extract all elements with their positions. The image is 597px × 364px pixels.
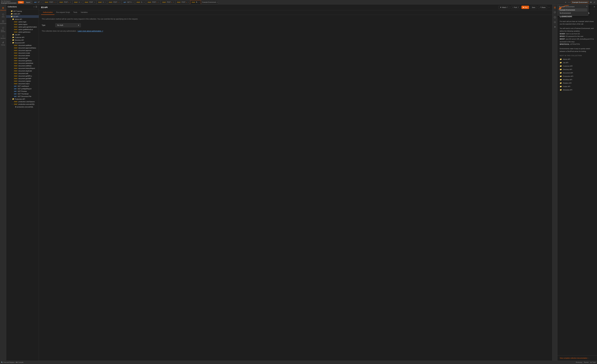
env-tooltip-close[interactable]: ✕ [586,6,588,8]
list-item[interactable]: › POST document.edit [6,72,39,75]
next-item-production-api[interactable]: 📁 Production API [560,75,595,78]
list-item[interactable]: › GET GET preflightReport [6,87,39,90]
list-item[interactable]: › GET GET Thumbnail [6,93,39,95]
find-replace-button[interactable]: 🔍 Find and Replace [1,362,15,363]
sidebar-item-apis[interactable]: ⬡ APIs [0,12,6,18]
tab-close-icon[interactable]: ✕ [80,1,82,3]
next-item-workflow-api[interactable]: 📁 Workflow API [560,78,595,81]
list-item[interactable]: › POST document.getNotes [6,59,39,62]
list-item[interactable]: › POST document.getXMP [6,77,39,80]
next-item-customer-api[interactable]: 📁 Customer API [560,64,595,68]
tab-close-icon[interactable]: ✕ [188,1,189,3]
list-item[interactable]: › POST document.get [6,57,39,59]
tab-close-icon[interactable]: ✕ [158,1,159,3]
list-item[interactable]: › POST document.register [6,80,39,82]
tab-u1[interactable]: POSTU✕ [72,0,83,4]
sidebar-item-mock-servers[interactable]: ⬡ Mock Servers [0,26,6,33]
env-option-example[interactable]: Example Environment [558,8,587,11]
env-selector[interactable]: Example Environment [571,1,589,4]
sidebar-item-document-api[interactable]: ∨ 📁 Document API [6,41,39,44]
runner-button[interactable]: Runner [584,362,589,363]
env-options-button[interactable]: ▼ [589,1,592,4]
tab-close-icon[interactable]: ✕ [143,1,145,3]
new-button[interactable]: New [18,1,24,4]
tab-post6[interactable]: POSTPOST●✕ [161,0,175,4]
sidebar-item-customer-api[interactable]: › 📁 Customer API [6,36,39,39]
import-button[interactable]: Import [24,1,32,4]
next-item-job-api[interactable]: 📁 Job API [560,61,595,64]
sidebar-item-job-api[interactable]: › 📁 Job API [6,33,39,36]
fork-button[interactable]: ⑂ Fork 0 [511,6,520,9]
sidebar-item-production-api[interactable]: ∨ 📁 Production API [6,98,39,100]
list-item[interactable]: › POST document.duplicate [6,70,39,72]
tab-close-icon[interactable]: ✕ [70,1,71,3]
list-item[interactable]: › GET GET noteReport [6,85,39,87]
expand-button[interactable]: ⤢ [593,1,596,4]
tab-close-icon[interactable]: ✕ [105,1,106,3]
tab-gt[interactable]: GETGT✕ [32,0,43,4]
list-item[interactable]: › GET GET Document File [6,95,39,98]
list-item[interactable]: › POST document.historyReport [6,67,39,70]
list-item[interactable]: › POST document.deleteNote [6,62,39,64]
list-item[interactable]: › POST admin.logout [6,23,39,26]
list-item[interactable]: › POST admin.login [6,21,39,23]
sidebar-item-cmis-api[interactable]: › 📁 CMIS API [6,13,39,15]
share-button[interactable]: ↗ Share [538,6,547,9]
add-tab-button[interactable]: + [565,1,567,4]
list-item[interactable]: › POST admin.getVersion [6,31,39,33]
tab-get2[interactable]: GETGET G✕ [122,0,135,4]
list-item[interactable]: › POST document.getWFLs [6,75,39,77]
save-button[interactable]: Save [530,6,537,9]
bootcamp-button[interactable]: Bootcamp [576,362,582,363]
list-item[interactable]: › POST document.delete [6,54,39,57]
next-item-directory-api[interactable]: 📁 Directory API [560,68,595,71]
tab-close-icon[interactable]: ✕ [173,1,174,3]
tab-pre-request[interactable]: Pre-request Script [55,10,72,15]
sidebar-item-api-training[interactable]: › 📁 API Training [6,10,39,13]
tab-close-icon[interactable]: ✕ [133,1,134,3]
sidebar-item-monitors[interactable]: ◌ Monitors [0,34,6,40]
tab-close-icon[interactable]: ✕ [40,1,42,3]
tab-close-icon[interactable]: ✕ [217,1,218,3]
list-item[interactable]: › POST production.colorSpaces [6,100,39,103]
tab-close-icon[interactable]: ✕ [55,1,56,3]
tab-post1[interactable]: POSTPOST●✕ [43,0,58,4]
view-docs-link[interactable]: View complete collection documentation → [558,355,597,361]
tab-g[interactable]: POSTG.✕ [135,0,146,4]
comments-button[interactable] [553,10,557,15]
sidebar-add-button[interactable]: + [33,6,35,8]
runners-button[interactable] [553,25,557,29]
more-tabs-button[interactable]: ··· [568,1,571,4]
sidebar-item-history[interactable]: ↺ History [0,40,6,46]
list-item[interactable]: › POST admin.getLoginInformation [6,26,39,28]
info-button[interactable] [553,15,557,19]
next-item-document-api[interactable]: 📁 Document API [560,71,595,75]
next-item-relation-api[interactable]: 📁 Relation API [560,81,595,85]
list-item[interactable]: › POST document.approve [6,49,39,52]
tab-e_active[interactable]: POSTE.✕ [190,0,201,4]
sidebar-menu-button[interactable]: ☰ [35,6,37,8]
tab-post7[interactable]: POSTPOST●✕ [175,0,190,4]
list-item[interactable]: › GET GET Preview [6,90,39,93]
list-item[interactable]: › POST document.addNote [6,44,39,47]
tab-post3[interactable]: POSTPOST✕ [83,0,96,4]
tab-u2[interactable]: POSTU✕ [97,0,107,4]
tab-post4[interactable]: POSTPOST●✕ [107,0,122,4]
trash-button[interactable]: 🗑 Trash [590,362,596,363]
env-option-none[interactable]: No Environment [558,11,587,15]
changelog-button[interactable] [553,20,557,24]
sidebar-item-directory-api[interactable]: › 📁 Directory API [6,39,39,41]
list-item[interactable]: › POST document.reject [6,82,39,85]
doc-panel-button[interactable] [553,6,557,10]
tab-post2[interactable]: POSTPOST●✕ [58,0,72,4]
tab-authorization[interactable]: Authorization [41,10,55,15]
list-item[interactable]: › POST admin.getMethodList [6,28,39,31]
next-item-admin-api[interactable]: 📁 Admin API [560,58,595,61]
console-button[interactable]: ⌨ Console [16,362,24,363]
tab-tests[interactable]: Tests [72,10,79,15]
sidebar-item-es-api[interactable]: ∨ 📁 ES API [6,15,39,18]
sidebar-item-collections[interactable]: ⊞ Collections [0,6,6,12]
doc-panel-close-button[interactable]: ✕ [594,6,595,8]
tab-variables[interactable]: Variables [79,10,89,15]
tab-close-icon[interactable]: ✕ [94,1,95,3]
